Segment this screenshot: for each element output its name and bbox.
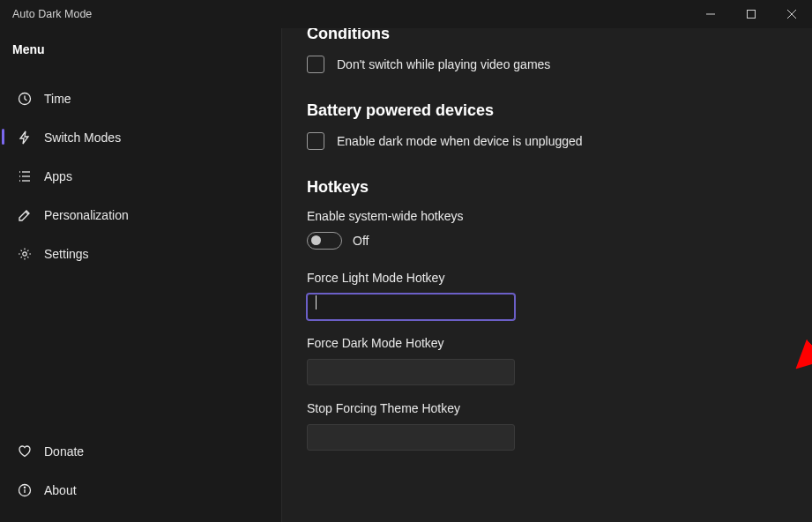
- checkbox-label: Don't switch while playing video games: [337, 57, 550, 71]
- sidebar-item-label: Switch Modes: [44, 130, 121, 145]
- sidebar-item-settings[interactable]: Settings: [5, 236, 276, 272]
- edit-icon: [18, 208, 32, 222]
- sidebar-item-personalization[interactable]: Personalization: [5, 198, 276, 233]
- sidebar-item-label: Donate: [44, 444, 84, 459]
- info-icon: [18, 483, 32, 497]
- sidebar-item-label: Time: [44, 92, 71, 106]
- force-dark-label: Force Dark Mode Hotkey: [307, 336, 787, 350]
- sidebar: Menu Time Switch Modes Apps: [0, 28, 282, 522]
- heart-icon: [18, 444, 32, 459]
- sidebar-item-time[interactable]: Time: [5, 81, 276, 116]
- sidebar-heading: Menu: [0, 32, 281, 78]
- hotkeys-heading: Hotkeys: [307, 178, 787, 197]
- clock-icon: [18, 92, 32, 106]
- stop-forcing-label: Stop Forcing Theme Hotkey: [307, 401, 787, 415]
- sidebar-item-label: Personalization: [44, 208, 129, 222]
- stop-forcing-hotkey-input[interactable]: [307, 424, 515, 451]
- checkbox-icon[interactable]: [307, 56, 324, 73]
- minimize-button[interactable]: [690, 0, 731, 28]
- toggle-knob-icon: [311, 235, 321, 245]
- checkbox-icon[interactable]: [307, 132, 324, 150]
- force-light-label: Force Light Mode Hotkey: [307, 271, 787, 285]
- force-dark-hotkey-input[interactable]: [307, 359, 515, 385]
- sidebar-item-label: About: [44, 483, 77, 497]
- battery-unplugged-row[interactable]: Enable dark mode when device is unplugge…: [307, 132, 787, 150]
- gear-icon: [18, 247, 32, 261]
- nav-footer-list: Donate About: [0, 430, 281, 511]
- battery-heading: Battery powered devices: [307, 101, 787, 120]
- close-button[interactable]: [771, 0, 812, 28]
- title-bar: Auto Dark Mode: [0, 0, 812, 28]
- main-content: Conditions Don't switch while playing vi…: [282, 28, 812, 522]
- svg-point-14: [24, 487, 25, 488]
- list-icon: [18, 169, 32, 183]
- nav-list: Time Switch Modes Apps Personalization: [0, 78, 281, 275]
- maximize-button[interactable]: [731, 0, 771, 28]
- svg-rect-1: [748, 11, 756, 19]
- lightning-icon: [18, 130, 32, 145]
- text-cursor-icon: [316, 295, 317, 309]
- window-title: Auto Dark Mode: [12, 8, 690, 20]
- force-light-hotkey-input[interactable]: [307, 294, 515, 320]
- sidebar-item-about[interactable]: About: [5, 473, 276, 508]
- annotation-arrow-icon: [793, 284, 812, 381]
- sidebar-item-apps[interactable]: Apps: [5, 159, 276, 194]
- sidebar-item-donate[interactable]: Donate: [5, 434, 276, 469]
- conditions-videogames-row[interactable]: Don't switch while playing video games: [307, 56, 787, 73]
- enable-hotkeys-label: Enable system-wide hotkeys: [307, 209, 787, 223]
- sidebar-item-label: Apps: [44, 169, 72, 183]
- sidebar-item-label: Settings: [44, 247, 89, 261]
- svg-point-11: [23, 252, 26, 256]
- conditions-heading: Conditions: [307, 28, 787, 43]
- sidebar-item-switch-modes[interactable]: Switch Modes: [5, 120, 276, 155]
- checkbox-label: Enable dark mode when device is unplugge…: [337, 134, 583, 148]
- enable-hotkeys-toggle[interactable]: [307, 232, 342, 250]
- toggle-state-label: Off: [353, 234, 369, 248]
